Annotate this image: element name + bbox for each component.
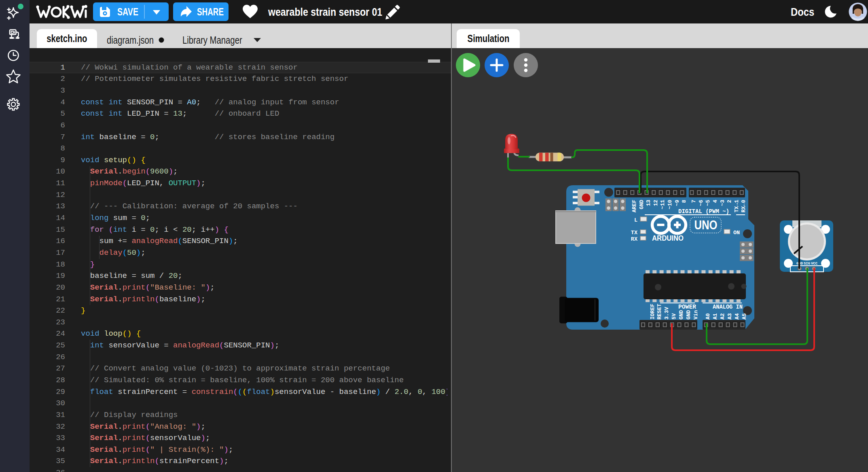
svg-text:4: 4 [712, 200, 718, 203]
svg-text:A5: A5 [741, 313, 747, 320]
svg-text:3.3V: 3.3V [664, 307, 670, 320]
svg-text:~11: ~11 [660, 200, 666, 210]
svg-text:ANALOG IN: ANALOG IN [713, 304, 743, 310]
svg-text:5V: 5V [671, 313, 677, 320]
svg-text:RX←0: RX←0 [741, 200, 747, 212]
svg-text:Vin: Vin [693, 310, 699, 320]
svg-text:GND: GND [678, 310, 684, 320]
svg-text:VCC: VCC [811, 262, 818, 266]
svg-text:RESET: RESET [656, 304, 663, 320]
svg-text:POWER: POWER [678, 304, 697, 310]
svg-text:SAVE: SAVE [117, 6, 138, 17]
svg-text:DIGITAL (PWM ~): DIGITAL (PWM ~) [678, 208, 729, 215]
svg-text:A1: A1 [712, 313, 718, 320]
svg-text:2: 2 [726, 200, 733, 203]
svg-text:IOREF: IOREF [650, 304, 656, 320]
svg-text:12: 12 [653, 200, 659, 206]
svg-text:~9: ~9 [674, 200, 680, 206]
svg-text:SIG: SIG [804, 262, 810, 266]
svg-text:~10: ~10 [667, 200, 673, 210]
svg-text:GND: GND [686, 310, 692, 320]
svg-text:A0: A0 [705, 313, 711, 320]
svg-text:A3: A3 [727, 313, 733, 320]
svg-text:TX→1: TX→1 [734, 200, 740, 212]
svg-text:SHARE: SHARE [197, 6, 224, 17]
svg-text:13: 13 [646, 200, 652, 206]
svg-text:A2: A2 [720, 313, 726, 320]
svg-text:L: L [634, 217, 637, 223]
svg-text:~3: ~3 [720, 200, 726, 206]
svg-text:TX: TX [631, 230, 638, 236]
svg-text:UNO: UNO [694, 218, 718, 232]
svg-text:ARDUINO: ARDUINO [652, 234, 684, 242]
svg-text:7: 7 [691, 200, 697, 203]
svg-text:ON: ON [733, 230, 740, 236]
svg-text:~5: ~5 [705, 200, 711, 206]
svg-text:AREF: AREF [631, 200, 637, 212]
svg-text:RX: RX [631, 236, 638, 242]
svg-text:GND: GND [639, 200, 645, 210]
svg-text:8: 8 [681, 200, 687, 203]
svg-text:~6: ~6 [698, 200, 704, 206]
svg-text:A4: A4 [734, 313, 740, 320]
